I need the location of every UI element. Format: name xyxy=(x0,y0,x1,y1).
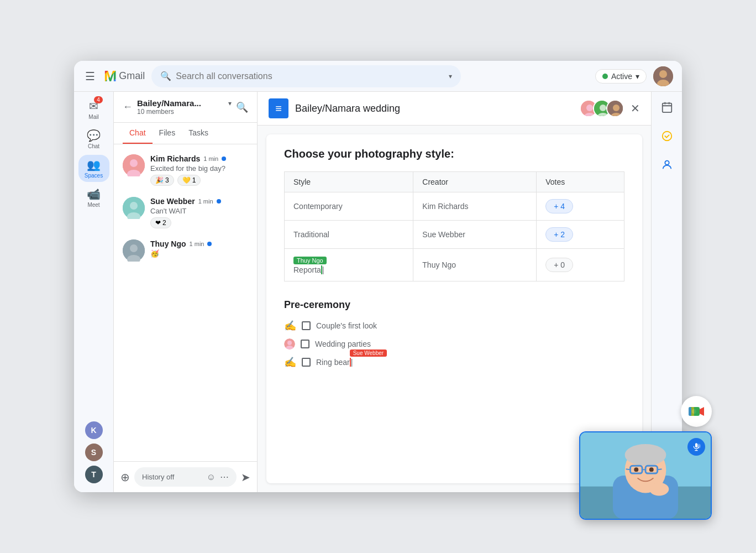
task-icon-3: ✍ xyxy=(284,356,296,368)
chat-header: ← Bailey/Namara... ▾ 10 members 🔍 xyxy=(114,92,257,123)
active-dropdown-arrow: ▾ xyxy=(636,72,639,81)
video-mic-button[interactable] xyxy=(687,438,705,456)
message-input-field[interactable]: History off ☺ ⋯ xyxy=(134,467,237,487)
gmail-logo: M Gmail xyxy=(104,67,145,85)
reaction-chip[interactable]: 💛 1 xyxy=(177,175,201,186)
video-thumbnail[interactable] xyxy=(579,431,712,520)
doc-icon: ≡ xyxy=(269,98,288,118)
reaction-chip[interactable]: ❤ 2 xyxy=(150,217,171,228)
checklist-text-1: Couple's first look xyxy=(316,321,377,330)
nav-item-mail[interactable]: ✉ 4 Mail xyxy=(78,96,109,123)
table-row: Traditional Sue Webber + 2 xyxy=(285,221,624,249)
svg-rect-34 xyxy=(691,407,694,416)
chat-subtitle: 10 members xyxy=(137,108,232,116)
search-input[interactable] xyxy=(176,71,444,81)
svg-point-40 xyxy=(625,444,666,466)
mini-avatar-2[interactable]: S xyxy=(85,444,103,461)
nav-item-meet[interactable]: 📹 Meet xyxy=(78,184,109,211)
msg-header-kim: Kim Richards 1 min xyxy=(150,154,248,163)
active-dot xyxy=(602,74,608,79)
svg-point-4 xyxy=(130,159,138,167)
tab-chat[interactable]: Chat xyxy=(123,123,153,144)
close-doc-icon[interactable]: ✕ xyxy=(631,102,640,115)
send-icon[interactable]: ➤ xyxy=(241,471,250,484)
checkbox-1[interactable] xyxy=(302,321,311,330)
message-item[interactable]: Thuy Ngo 1 min 🥳 xyxy=(114,234,257,267)
msg-name-sue: Sue Webber xyxy=(150,197,195,206)
menu-icon[interactable]: ☰ xyxy=(83,67,97,85)
svg-point-7 xyxy=(130,202,138,210)
nav-item-chat[interactable]: 💬 Chat xyxy=(78,126,109,153)
msg-time-sue: 1 min xyxy=(198,198,213,205)
message-item[interactable]: Sue Webber 1 min Can't WAIT ❤ 2 xyxy=(114,191,257,234)
mini-avatar-3[interactable]: T xyxy=(85,466,103,483)
table-header-creator: Creator xyxy=(413,172,537,192)
google-meet-icon[interactable] xyxy=(681,396,712,427)
svg-point-1 xyxy=(659,70,667,78)
thuy-cursor-tooltip: Thuy Ngo xyxy=(293,257,327,264)
group-dropdown-icon[interactable]: ▾ xyxy=(228,100,232,107)
nav-item-spaces[interactable]: 👥 Spaces xyxy=(78,155,109,182)
photography-table: Style Creator Votes Contemporary Kim Ric… xyxy=(284,171,624,281)
creator-cell: Kim Richards xyxy=(413,192,537,221)
msg-content-sue: Sue Webber 1 min Can't WAIT ❤ 2 xyxy=(150,197,248,228)
chat-search-icon[interactable]: 🔍 xyxy=(236,101,248,113)
sidebar-tool-tasks[interactable] xyxy=(656,125,678,147)
emoji-icon[interactable]: ☺ xyxy=(207,472,216,482)
votes-cell[interactable]: + 4 xyxy=(537,192,624,221)
checklist-avatar-2 xyxy=(284,338,295,349)
votes-cell[interactable]: + 2 xyxy=(537,221,624,249)
checklist-item-1: ✍ Couple's first look xyxy=(284,320,624,332)
checkbox-2[interactable] xyxy=(301,340,309,348)
svg-point-19 xyxy=(613,105,620,111)
add-attachment-icon[interactable]: ⊕ xyxy=(120,471,130,484)
vote-button[interactable]: + 2 xyxy=(545,227,573,242)
svg-point-28 xyxy=(662,132,671,141)
svg-rect-24 xyxy=(662,103,671,113)
creator-cell: Thuy Ngo xyxy=(413,249,537,281)
doc-collaborators xyxy=(580,100,624,117)
style-text: Reporta| xyxy=(293,265,327,274)
vote-button[interactable]: + 4 xyxy=(545,199,573,213)
msg-online-indicator-sue xyxy=(217,199,221,204)
meet-icon: 📹 xyxy=(87,187,101,201)
svg-point-29 xyxy=(665,161,669,165)
sue-cursor-tooltip: Sue Webber xyxy=(350,349,387,357)
vote-button-inactive[interactable]: + 0 xyxy=(545,258,573,272)
task-icon-1: ✍ xyxy=(284,320,296,332)
msg-header-thuy: Thuy Ngo 1 min xyxy=(150,239,248,248)
svg-point-47 xyxy=(649,467,654,472)
msg-text-kim: Excited for the big day? xyxy=(150,164,248,173)
active-status-badge[interactable]: Active ▾ xyxy=(595,69,647,84)
style-cell: Contemporary xyxy=(285,192,413,221)
msg-time-thuy: 1 min xyxy=(190,241,204,247)
mail-badge-container: ✉ 4 xyxy=(89,100,98,113)
votes-cell[interactable]: + 0 xyxy=(537,249,624,281)
doc-avatar-3 xyxy=(606,100,624,117)
chat-group-title: Bailey/Namara... xyxy=(137,98,226,108)
msg-text-thuy: 🥳 xyxy=(150,249,248,258)
mini-avatar-1[interactable]: K xyxy=(85,421,103,439)
back-icon[interactable]: ← xyxy=(123,101,133,113)
search-dropdown-icon[interactable]: ▾ xyxy=(449,72,452,80)
msg-time-kim: 1 min xyxy=(203,155,218,162)
photography-section-title: Choose your photography style: xyxy=(284,148,624,160)
msg-avatar-thuy xyxy=(123,239,145,262)
chat-label: Chat xyxy=(88,143,99,149)
gmail-m-logo: M xyxy=(104,67,117,85)
svg-marker-32 xyxy=(700,407,704,416)
tab-tasks[interactable]: Tasks xyxy=(182,123,215,144)
svg-rect-33 xyxy=(689,407,691,416)
checkbox-3[interactable] xyxy=(302,358,311,367)
more-options-icon[interactable]: ⋯ xyxy=(220,472,229,482)
sidebar-tool-calendar[interactable] xyxy=(656,96,678,118)
message-item[interactable]: Kim Richards 1 min Excited for the big d… xyxy=(114,149,257,191)
reaction-chip[interactable]: 🎉 3 xyxy=(150,175,174,186)
user-avatar[interactable] xyxy=(653,66,673,86)
msg-online-indicator-kim xyxy=(222,156,226,161)
tab-files[interactable]: Files xyxy=(153,123,182,144)
svg-line-45 xyxy=(658,469,662,469)
search-bar[interactable]: 🔍 ▾ xyxy=(151,65,461,87)
gmail-text: Gmail xyxy=(119,70,145,82)
sidebar-tool-contacts[interactable] xyxy=(656,154,678,176)
